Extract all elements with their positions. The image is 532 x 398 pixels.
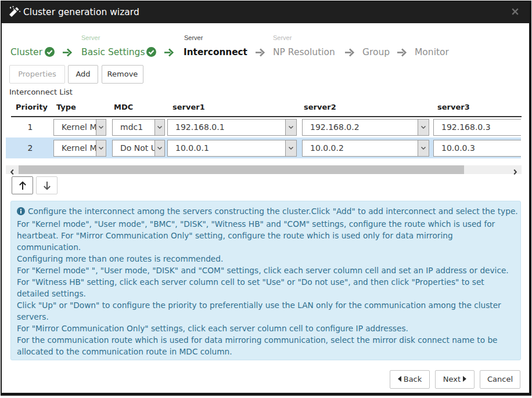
scroll-right-icon[interactable]	[513, 167, 517, 178]
scrollbar-thumb[interactable]	[19, 165, 464, 174]
magic-wand-icon	[8, 5, 21, 20]
chevron-down-icon[interactable]	[418, 120, 429, 135]
interconnect-list-label: Interconnect List	[9, 88, 73, 96]
horizontal-scrollbar[interactable]	[6, 165, 522, 174]
arrow-down-icon	[43, 181, 51, 190]
step-group: Group	[362, 47, 390, 58]
step-sub-basic-settings: Server	[81, 34, 100, 42]
col-header-server2: server2	[304, 103, 336, 111]
chevron-down-icon[interactable]	[96, 140, 106, 156]
step-arrow-1	[62, 48, 73, 59]
col-header-server3: server3	[437, 103, 470, 111]
col-header-priority: Priority	[16, 103, 48, 111]
chevron-down-icon[interactable]	[96, 120, 106, 135]
step-arrow-5	[397, 48, 408, 59]
row1-type-select[interactable]: Kernel Mode	[53, 119, 106, 136]
row2-server1-select[interactable]: 10.0.0.1	[167, 140, 297, 157]
col-header-mdc: MDC	[114, 103, 133, 111]
row1-server2-select[interactable]: 192.168.0.2	[302, 119, 429, 136]
chevron-down-icon[interactable]	[154, 140, 164, 156]
step-interconnect: Interconnect	[184, 47, 247, 58]
cancel-button[interactable]: Cancel	[480, 370, 520, 389]
info-box: Configure the interconnect among the ser…	[10, 201, 521, 360]
check-icon-basic-settings	[146, 47, 156, 59]
dialog-title: Cluster generation wizard	[23, 2, 139, 23]
move-down-button[interactable]	[36, 176, 57, 194]
chevron-down-icon[interactable]	[418, 140, 429, 156]
properties-button[interactable]: Properties	[9, 65, 65, 84]
step-monitor: Monitor	[415, 47, 449, 58]
close-icon[interactable]	[511, 7, 521, 17]
row1-mdc-select[interactable]: mdc1	[112, 119, 165, 136]
step-cluster: Cluster	[10, 47, 42, 58]
step-arrow-4	[344, 48, 355, 59]
chevron-down-icon[interactable]	[285, 140, 296, 156]
row2-mdc-select[interactable]: Do Not Use	[112, 140, 165, 157]
next-triangle-icon	[463, 376, 466, 382]
row1-server3-select[interactable]: 192.168.0.3	[433, 119, 521, 136]
chevron-down-icon[interactable]	[154, 120, 164, 135]
info-circle-icon	[17, 207, 25, 218]
remove-button[interactable]: Remove	[102, 65, 143, 84]
step-basic-settings: Basic Settings	[81, 47, 145, 58]
step-arrow-3	[255, 48, 266, 59]
col-header-type: Type	[56, 103, 76, 111]
back-button[interactable]: Back	[390, 370, 430, 389]
row2-type-select[interactable]: Kernel Mode	[53, 140, 106, 157]
back-triangle-icon	[398, 376, 401, 382]
col-header-server1: server1	[172, 103, 205, 111]
row2-server3-select[interactable]: 10.0.0.3	[433, 140, 521, 157]
row1-server1-select[interactable]: 192.168.0.1	[167, 119, 297, 136]
row2-server2-select[interactable]: 10.0.0.2	[302, 140, 429, 157]
add-button[interactable]: Add	[68, 65, 98, 84]
step-np-resolution: NP Resolution	[273, 47, 335, 58]
chevron-down-icon[interactable]	[285, 120, 296, 135]
step-sub-np-resolution: Server	[273, 34, 292, 42]
step-sub-interconnect: Server	[184, 34, 203, 42]
row1-priority: 1	[13, 117, 48, 138]
row2-priority: 2	[13, 138, 48, 158]
interconnect-table: 1 2 Kernel Mode mdc1 192.168.0.1 192.168…	[6, 117, 521, 158]
next-button[interactable]: Next	[435, 370, 475, 389]
move-up-button[interactable]	[12, 176, 33, 194]
arrow-up-icon	[19, 181, 27, 190]
step-arrow-2	[164, 48, 175, 59]
check-icon-cluster	[45, 47, 55, 59]
